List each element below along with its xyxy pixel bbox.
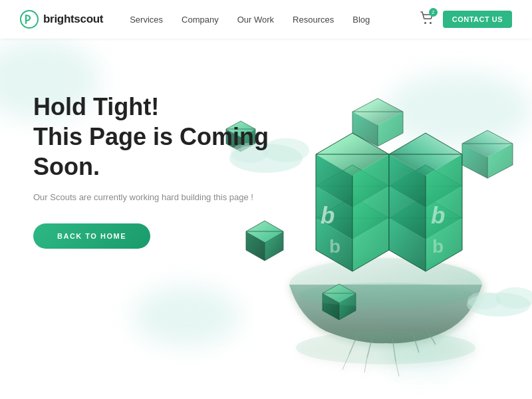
nav-link-our-work[interactable]: Our Work [237,15,274,25]
svg-marker-59 [352,154,389,207]
svg-line-17 [352,197,389,218]
svg-marker-75 [352,98,403,125]
svg-line-96 [487,165,513,178]
svg-marker-47 [389,165,462,207]
svg-line-84 [352,133,378,146]
cube-r3c1: b [316,197,389,271]
svg-line-16 [316,197,352,218]
svg-marker-58 [316,154,352,207]
svg-line-117 [323,311,339,320]
svg-point-133 [467,293,531,317]
svg-line-79 [378,98,403,112]
nav-link-blog[interactable]: Blog [352,15,370,25]
logo[interactable]: brightscout [20,10,103,29]
svg-marker-25 [389,197,462,239]
svg-line-69 [389,133,426,154]
svg-point-12 [296,331,475,364]
cube-r2c1: b [316,165,389,239]
svg-text:b: b [431,202,445,228]
svg-point-1 [424,22,426,24]
svg-line-61 [352,133,389,154]
left-section: Hold Tight! This Page is Coming Soon. Ou… [33,78,286,249]
cube-r3c2: b [389,197,462,271]
svg-point-3 [289,258,482,311]
svg-marker-14 [316,218,352,271]
svg-line-112 [339,284,356,293]
svg-marker-13 [316,197,389,239]
svg-marker-77 [378,112,403,146]
svg-line-23 [352,250,389,271]
island [289,258,482,376]
svg-marker-109 [323,293,339,320]
cube-r2c2: b [389,165,462,239]
svg-text:b: b [321,202,334,228]
svg-line-28 [389,197,426,218]
svg-marker-26 [389,218,426,271]
logo-text: brightscout [43,13,103,26]
nav-link-company[interactable]: Company [182,15,219,25]
svg-marker-86 [462,130,513,157]
svg-text:b: b [329,236,340,257]
svg-marker-39 [352,186,389,239]
cube-extra-right [462,130,513,178]
svg-marker-27 [426,218,462,271]
nav-link-resources[interactable]: Resources [293,15,334,25]
svg-line-78 [352,98,378,112]
svg-line-89 [462,130,487,144]
contact-button[interactable]: CONTACT US [443,11,512,28]
svg-line-107 [265,250,283,261]
svg-line-111 [323,284,339,293]
svg-line-51 [426,165,462,186]
svg-line-5 [367,336,372,358]
svg-point-135 [467,292,501,309]
svg-marker-49 [426,186,462,239]
svg-point-134 [495,287,532,309]
cart-badge: 2 [429,8,438,17]
subtext: Our Scouts are currently working hard bu… [33,192,286,202]
svg-line-4 [349,331,359,354]
svg-line-70 [426,133,462,154]
svg-line-29 [426,197,462,218]
main-content: Hold Tight! This Page is Coming Soon. Ou… [0,39,532,399]
svg-line-118 [339,311,356,320]
svg-line-11 [396,361,399,376]
svg-line-85 [378,133,403,146]
nav-links: Services Company Our Work Resources Blog [130,15,420,25]
back-to-home-button[interactable]: BACK TO HOME [33,223,150,249]
nav-right: 2 CONTACT US [420,11,512,28]
svg-marker-76 [352,112,378,146]
svg-line-40 [316,165,352,186]
svg-marker-108 [323,284,356,303]
cube-r1c2 [389,133,462,207]
nav-link-services[interactable]: Services [130,15,163,25]
cube-extra-top [352,98,403,146]
logo-icon [20,10,39,29]
svg-line-34 [389,250,426,271]
svg-marker-66 [389,133,462,176]
svg-marker-110 [339,293,356,320]
headline-line2: This Page is Coming Soon. [33,123,269,180]
svg-line-22 [316,250,352,271]
svg-line-8 [426,328,436,344]
svg-marker-37 [316,165,389,207]
svg-line-106 [246,250,265,261]
svg-line-9 [342,354,349,370]
svg-marker-68 [426,154,462,207]
svg-marker-15 [352,218,389,271]
svg-line-90 [487,130,513,144]
svg-marker-48 [389,186,426,239]
svg-line-10 [364,358,367,372]
small-cube-bottom [323,284,356,320]
svg-line-50 [389,165,426,186]
cube-r1c1 [316,133,389,207]
svg-marker-57 [316,133,389,176]
svg-marker-67 [389,154,426,207]
svg-marker-88 [487,144,513,178]
svg-line-7 [412,332,419,352]
svg-line-35 [426,250,462,271]
headline: Hold Tight! This Page is Coming Soon. [33,92,286,182]
cart-icon[interactable]: 2 [420,11,434,27]
navbar: brightscout Services Company Our Work Re… [0,0,532,39]
svg-point-2 [430,22,432,24]
svg-marker-38 [316,186,352,239]
